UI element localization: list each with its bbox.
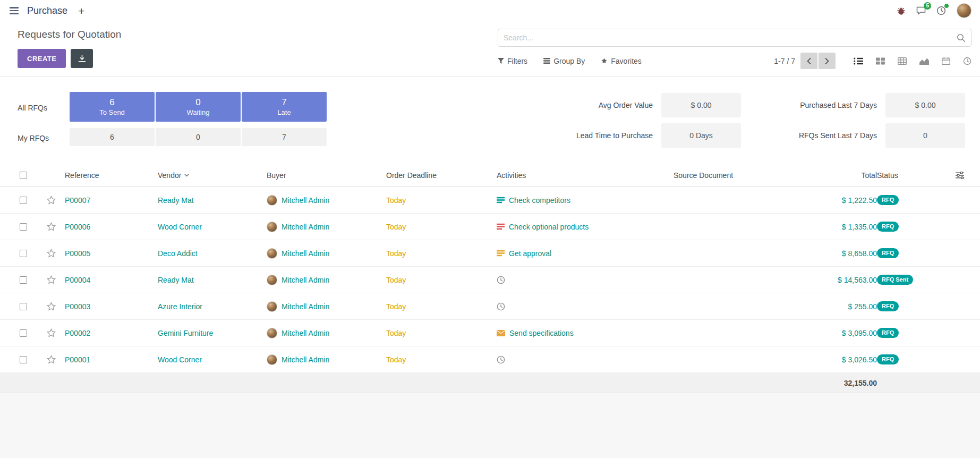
vendor-link[interactable]: Wood Corner: [158, 223, 267, 231]
header-source-document[interactable]: Source Document: [674, 171, 776, 180]
card-late[interactable]: 7 Late: [242, 92, 327, 122]
optional-columns-icon[interactable]: [945, 172, 975, 179]
favorite-star-icon[interactable]: [37, 354, 65, 364]
vendor-link[interactable]: Deco Addict: [158, 249, 267, 258]
user-avatar[interactable]: [957, 3, 972, 18]
table-row[interactable]: P00006 Wood Corner Mitchell Admin Today …: [0, 214, 980, 240]
header-buyer[interactable]: Buyer: [267, 171, 386, 180]
header-total[interactable]: Total: [776, 171, 877, 180]
row-checkbox[interactable]: [20, 223, 27, 231]
order-deadline: Today: [386, 196, 497, 205]
buyer-cell: Mitchell Admin: [267, 248, 386, 259]
reference-link[interactable]: P00005: [65, 249, 158, 258]
row-checkbox[interactable]: [20, 329, 27, 337]
favorites-button[interactable]: Favorites: [601, 57, 642, 65]
clock-icon: [497, 276, 505, 284]
buyer-avatar: [267, 195, 277, 206]
favorite-star-icon[interactable]: [37, 275, 65, 285]
status-badge: RFQ: [877, 222, 899, 232]
header-order-deadline[interactable]: Order Deadline: [386, 171, 497, 180]
vendor-link[interactable]: Azure Interior: [158, 302, 267, 311]
activity-cell[interactable]: Get approval: [497, 249, 674, 258]
header-activities[interactable]: Activities: [497, 171, 674, 180]
activity-view-icon[interactable]: [963, 57, 972, 65]
activity-cell[interactable]: Check optional products: [497, 223, 674, 231]
activity-cell[interactable]: [497, 355, 674, 364]
status-badge: RFQ: [877, 301, 899, 311]
row-checkbox[interactable]: [20, 197, 27, 204]
order-deadline: Today: [386, 223, 497, 231]
clock-icon: [497, 355, 505, 364]
table-row[interactable]: P00005 Deco Addict Mitchell Admin Today …: [0, 240, 980, 267]
buyer-name[interactable]: Mitchell Admin: [282, 249, 329, 258]
row-checkbox[interactable]: [20, 276, 27, 284]
search-icon[interactable]: [957, 33, 966, 43]
buyer-name[interactable]: Mitchell Admin: [282, 196, 329, 205]
table-row[interactable]: P00002 Gemini Furniture Mitchell Admin T…: [0, 320, 980, 346]
table-row[interactable]: P00007 Ready Mat Mitchell Admin Today Ch…: [0, 187, 980, 214]
pager-previous-button[interactable]: [800, 53, 817, 69]
vendor-link[interactable]: Ready Mat: [158, 276, 267, 284]
late-label: Late: [277, 108, 291, 116]
activity-cell[interactable]: Send specifications: [497, 329, 674, 337]
reference-link[interactable]: P00004: [65, 276, 158, 284]
activities-clock-icon[interactable]: [936, 6, 946, 15]
activity-cell[interactable]: [497, 302, 674, 311]
favorite-star-icon[interactable]: [37, 248, 65, 258]
favorite-star-icon[interactable]: [37, 328, 65, 338]
buyer-name[interactable]: Mitchell Admin: [282, 302, 329, 311]
debug-bug-icon[interactable]: [897, 6, 906, 15]
total-amount: $ 255.00: [776, 302, 877, 311]
table-row[interactable]: P00001 Wood Corner Mitchell Admin Today …: [0, 346, 980, 373]
list-view-icon[interactable]: [854, 57, 863, 65]
search-input[interactable]: [498, 29, 971, 46]
activity-cell[interactable]: [497, 276, 674, 284]
export-download-button[interactable]: [71, 49, 93, 68]
pivot-view-icon[interactable]: [898, 57, 907, 65]
create-button[interactable]: CREATE: [18, 49, 66, 68]
calendar-view-icon[interactable]: [942, 57, 950, 65]
vendor-link[interactable]: Ready Mat: [158, 196, 267, 205]
reference-link[interactable]: P00006: [65, 223, 158, 231]
buyer-name[interactable]: Mitchell Admin: [282, 276, 329, 284]
apps-menu-icon[interactable]: [8, 5, 20, 16]
app-name[interactable]: Purchase: [27, 5, 67, 16]
activity-label: Get approval: [509, 249, 551, 258]
card-to-send[interactable]: 6 To Send: [70, 92, 155, 122]
status-cell: RFQ: [877, 328, 945, 338]
reference-link[interactable]: P00003: [65, 302, 158, 311]
table-row[interactable]: P00004 Ready Mat Mitchell Admin Today $ …: [0, 267, 980, 293]
reference-link[interactable]: P00002: [65, 329, 158, 337]
favorite-star-icon[interactable]: [37, 195, 65, 205]
select-all-checkbox[interactable]: [20, 172, 27, 179]
favorite-star-icon[interactable]: [37, 301, 65, 311]
header-reference[interactable]: Reference: [65, 171, 158, 180]
header-status[interactable]: Status: [877, 171, 945, 180]
messages-icon[interactable]: 5: [916, 6, 926, 15]
activity-cell[interactable]: Check competitors: [497, 196, 674, 205]
favorite-star-icon[interactable]: [37, 222, 65, 232]
group-by-button[interactable]: Group By: [543, 57, 585, 65]
kanban-view-icon[interactable]: [876, 57, 885, 65]
vendor-link[interactable]: Wood Corner: [158, 355, 267, 364]
buyer-name[interactable]: Mitchell Admin: [282, 329, 329, 337]
reference-link[interactable]: P00001: [65, 355, 158, 364]
plus-icon[interactable]: +: [78, 5, 84, 16]
filters-label: Filters: [507, 57, 527, 65]
my-to-send-count[interactable]: 6: [70, 128, 155, 146]
pager-next-button[interactable]: [819, 53, 836, 69]
vendor-link[interactable]: Gemini Furniture: [158, 329, 267, 337]
filters-button[interactable]: Filters: [498, 57, 527, 65]
table-row[interactable]: P00003 Azure Interior Mitchell Admin Tod…: [0, 293, 980, 320]
buyer-name[interactable]: Mitchell Admin: [282, 223, 329, 231]
my-waiting-count[interactable]: 0: [156, 128, 241, 146]
row-checkbox[interactable]: [20, 303, 27, 310]
row-checkbox[interactable]: [20, 250, 27, 257]
row-checkbox[interactable]: [20, 356, 27, 363]
header-vendor[interactable]: Vendor: [158, 171, 267, 180]
my-late-count[interactable]: 7: [242, 128, 327, 146]
buyer-name[interactable]: Mitchell Admin: [282, 355, 329, 364]
reference-link[interactable]: P00007: [65, 196, 158, 205]
graph-view-icon[interactable]: [919, 57, 929, 65]
card-waiting[interactable]: 0 Waiting: [156, 92, 241, 122]
